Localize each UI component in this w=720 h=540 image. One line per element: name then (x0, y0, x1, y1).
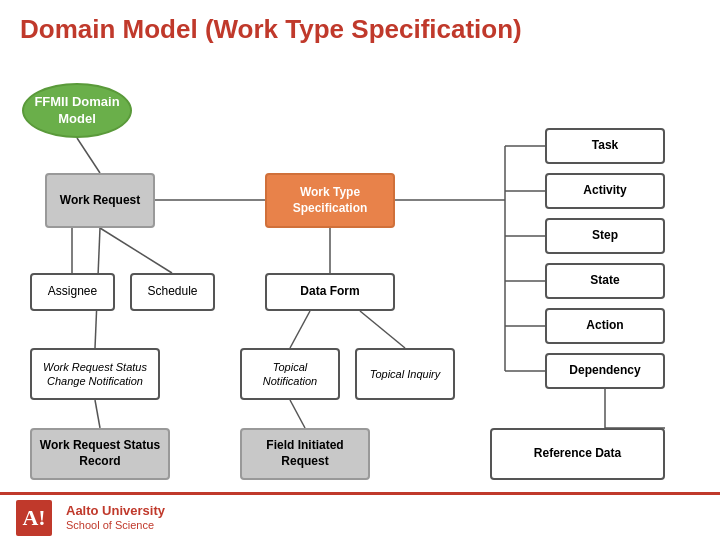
svg-line-7 (360, 311, 405, 348)
work-request-node: Work Request (45, 173, 155, 228)
dependency-node: Dependency (545, 353, 665, 389)
activity-node: Activity (545, 173, 665, 209)
step-node: Step (545, 218, 665, 254)
schedule-node: Schedule (130, 273, 215, 311)
svg-line-3 (100, 228, 172, 273)
svg-line-6 (290, 311, 310, 348)
ffmii-domain-model-node: FFMII Domain Model (22, 83, 132, 138)
school-name: School of Science (66, 519, 165, 532)
footer: A! Aalto University School of Science (0, 492, 720, 540)
university-name: Aalto University (66, 503, 165, 519)
svg-line-8 (95, 400, 100, 428)
assignee-node: Assignee (30, 273, 115, 311)
reference-data-node: Reference Data (490, 428, 665, 480)
topical-notification-node: Topical Notification (240, 348, 340, 400)
svg-line-9 (290, 400, 305, 428)
work-type-spec-node: Work Type Specification (265, 173, 395, 228)
topical-inquiry-node: Topical Inquiry (355, 348, 455, 400)
field-initiated-node: Field Initiated Request (240, 428, 370, 480)
wr-status-change-node: Work Request Status Change Notification (30, 348, 160, 400)
aalto-logo: A! (16, 500, 52, 536)
page-title: Domain Model (Work Type Specification) (0, 0, 720, 53)
data-form-node: Data Form (265, 273, 395, 311)
wr-status-record-node: Work Request Status Record (30, 428, 170, 480)
svg-line-0 (77, 138, 100, 173)
action-node: Action (545, 308, 665, 344)
task-node: Task (545, 128, 665, 164)
aalto-text: Aalto University School of Science (66, 503, 165, 532)
state-node: State (545, 263, 665, 299)
